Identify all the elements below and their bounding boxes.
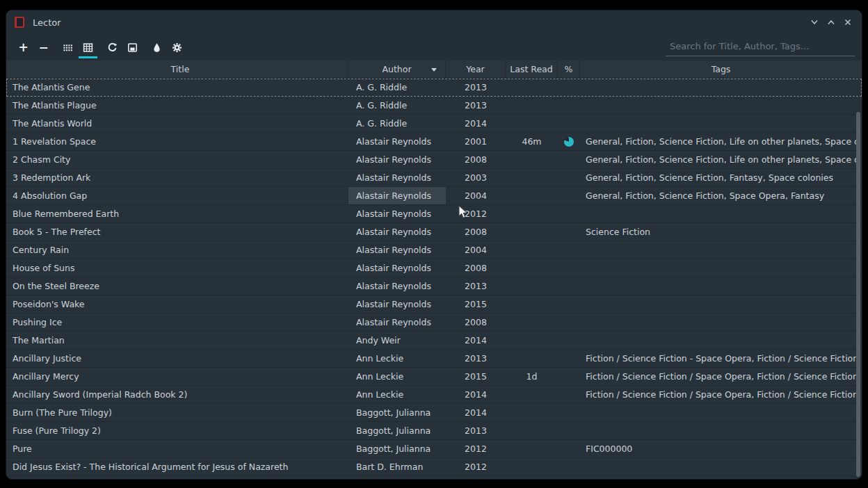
- percent-cell[interactable]: [558, 458, 580, 475]
- column-header-last-read[interactable]: Last Read: [506, 60, 558, 78]
- percent-cell[interactable]: [558, 133, 580, 150]
- percent-cell[interactable]: [558, 386, 580, 403]
- last-read-cell[interactable]: [506, 187, 558, 204]
- tags-cell[interactable]: [580, 422, 856, 439]
- last-read-cell[interactable]: [506, 422, 558, 439]
- author-cell[interactable]: Alastair Reynolds: [348, 133, 446, 150]
- author-cell[interactable]: Alastair Reynolds: [348, 169, 446, 186]
- author-cell[interactable]: A. G. Riddle: [348, 97, 446, 114]
- title-cell[interactable]: House of Suns: [6, 259, 348, 277]
- percent-cell[interactable]: [558, 205, 580, 222]
- open-book-button[interactable]: [122, 36, 143, 58]
- author-cell[interactable]: Ann Leckie: [348, 368, 446, 385]
- percent-cell[interactable]: [558, 332, 580, 349]
- tags-cell[interactable]: FIC000000: [580, 440, 856, 457]
- year-cell[interactable]: 2012: [446, 458, 506, 475]
- last-read-cell[interactable]: 46m: [506, 133, 558, 150]
- year-cell[interactable]: 2013: [446, 350, 506, 367]
- tags-cell[interactable]: [580, 259, 856, 277]
- table-row[interactable]: Century Rain Alastair Reynolds 2004: [6, 241, 862, 259]
- percent-cell[interactable]: [558, 259, 580, 277]
- maximize-button[interactable]: [824, 15, 838, 29]
- tags-cell[interactable]: [580, 332, 856, 349]
- table-row[interactable]: House of Suns Alastair Reynolds 2008: [6, 259, 862, 277]
- table-view-button[interactable]: [78, 36, 98, 58]
- title-cell[interactable]: The Atlantis Gene: [6, 79, 348, 96]
- title-cell[interactable]: 2 Chasm City: [6, 151, 348, 168]
- year-cell[interactable]: 2014: [446, 332, 506, 349]
- last-read-cell[interactable]: [506, 440, 558, 457]
- table-row[interactable]: 3 Redemption Ark Alastair Reynolds 2003 …: [6, 169, 862, 187]
- percent-cell[interactable]: [558, 314, 580, 331]
- tags-cell[interactable]: [580, 277, 856, 295]
- tags-cell[interactable]: Science Fiction: [580, 223, 856, 241]
- year-cell[interactable]: 2012: [446, 440, 506, 457]
- settings-button[interactable]: [167, 36, 187, 58]
- percent-cell[interactable]: [558, 277, 580, 295]
- last-read-cell[interactable]: [506, 259, 558, 277]
- table-row[interactable]: Pushing Ice Alastair Reynolds 2008: [6, 314, 862, 332]
- last-read-cell[interactable]: [506, 115, 558, 132]
- author-cell[interactable]: A. G. Riddle: [348, 115, 446, 132]
- year-cell[interactable]: 2012: [446, 205, 506, 222]
- title-cell[interactable]: The Atlantis Plague: [6, 97, 348, 114]
- table-row[interactable]: 2 Chasm City Alastair Reynolds 2008 Gene…: [6, 151, 862, 169]
- table-row[interactable]: Did Jesus Exist? - The Historical Argume…: [6, 458, 862, 476]
- tags-cell[interactable]: [580, 205, 856, 222]
- table-row[interactable]: The Atlantis World A. G. Riddle 2014: [6, 115, 862, 133]
- year-cell[interactable]: 2014: [446, 404, 506, 421]
- year-cell[interactable]: 2008: [446, 223, 506, 241]
- author-cell[interactable]: Alastair Reynolds: [348, 295, 446, 313]
- table-row[interactable]: Ancillary Mercy Ann Leckie 2015 1d Ficti…: [6, 368, 862, 386]
- percent-cell[interactable]: [558, 295, 580, 313]
- year-cell[interactable]: 2008: [446, 151, 506, 168]
- author-cell[interactable]: Alastair Reynolds: [348, 205, 446, 222]
- title-cell[interactable]: Ancillary Justice: [6, 350, 348, 367]
- percent-cell[interactable]: [558, 97, 580, 114]
- tags-cell[interactable]: General, Fiction, Science Fiction, Space…: [580, 187, 856, 204]
- year-cell[interactable]: 2013: [446, 422, 506, 439]
- percent-cell[interactable]: [558, 169, 580, 186]
- last-read-cell[interactable]: 1d: [506, 368, 558, 385]
- author-cell[interactable]: Andy Weir: [348, 332, 446, 349]
- table-row[interactable]: Fuse (Pure Trilogy 2) Baggott, Julianna …: [6, 422, 862, 440]
- tags-cell[interactable]: Fiction / Science Fiction / Space Opera,…: [580, 386, 856, 403]
- table-row[interactable]: Pure Baggott, Julianna 2012 FIC000000: [6, 440, 862, 458]
- last-read-cell[interactable]: [506, 97, 558, 114]
- author-cell[interactable]: Baggott, Julianna: [348, 404, 446, 421]
- title-cell[interactable]: Fuse (Pure Trilogy 2): [6, 422, 348, 439]
- tags-cell[interactable]: General, Fiction, Science Fiction, Fanta…: [580, 169, 856, 186]
- year-cell[interactable]: 2013: [446, 277, 506, 295]
- vertical-scrollbar[interactable]: [856, 112, 860, 477]
- column-header-percent[interactable]: %: [558, 60, 580, 78]
- table-row[interactable]: The Atlantis Plague A. G. Riddle 2013: [6, 97, 862, 115]
- tags-cell[interactable]: Fiction / Science Fiction / Space Opera,…: [580, 368, 856, 385]
- percent-cell[interactable]: [558, 187, 580, 204]
- percent-cell[interactable]: [558, 404, 580, 421]
- percent-cell[interactable]: [558, 350, 580, 367]
- title-cell[interactable]: Ancillary Sword (Imperial Radch Book 2): [6, 386, 348, 403]
- author-cell[interactable]: Bart D. Ehrman: [348, 458, 446, 475]
- title-cell[interactable]: 1 Revelation Space: [6, 133, 348, 150]
- last-read-cell[interactable]: [506, 404, 558, 421]
- last-read-cell[interactable]: [506, 151, 558, 168]
- tags-cell[interactable]: [580, 458, 856, 475]
- last-read-cell[interactable]: [506, 241, 558, 259]
- year-cell[interactable]: 2004: [446, 187, 506, 204]
- search-input[interactable]: [666, 38, 855, 56]
- last-read-cell[interactable]: [506, 205, 558, 222]
- last-read-cell[interactable]: [506, 277, 558, 295]
- cover-view-button[interactable]: [58, 36, 78, 58]
- title-cell[interactable]: The Martian: [6, 332, 348, 349]
- column-header-author[interactable]: Author: [348, 60, 446, 78]
- table-row[interactable]: The Martian Andy Weir 2014: [6, 332, 862, 350]
- table-row[interactable]: Ancillary Justice Ann Leckie 2013 Fictio…: [6, 350, 862, 368]
- minimize-button[interactable]: [807, 15, 821, 29]
- table-row[interactable]: Poseidon's Wake Alastair Reynolds 2015: [6, 295, 862, 314]
- year-cell[interactable]: 2014: [446, 115, 506, 132]
- title-cell[interactable]: The Atlantis World: [6, 115, 348, 132]
- title-cell[interactable]: Pure: [6, 440, 348, 457]
- last-read-cell[interactable]: [506, 79, 558, 96]
- table-row[interactable]: Ancillary Sword (Imperial Radch Book 2) …: [6, 386, 862, 404]
- tags-cell[interactable]: [580, 115, 856, 132]
